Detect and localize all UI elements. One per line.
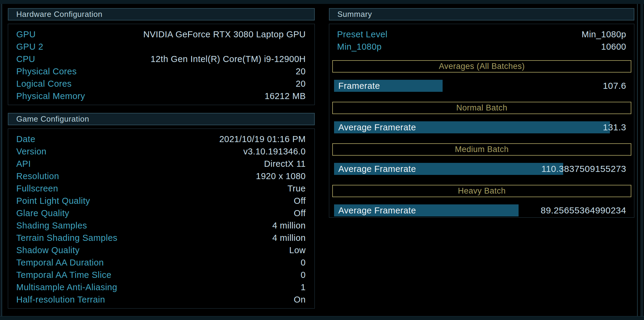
game-configuration-title: Game Configuration (16, 114, 89, 124)
framerate-value: 89.25655364990234 (541, 204, 626, 216)
batch-section: Medium Batch Average Framerate 110.38375… (329, 143, 634, 175)
config-row: CPU 12th Gen Intel(R) Core(TM) i9-12900H (8, 53, 314, 65)
config-row-label: Version (16, 147, 46, 157)
framerate-bar: Framerate (334, 80, 443, 92)
scrollbar-thumb[interactable] (640, 4, 643, 316)
config-row-label: Physical Cores (16, 67, 77, 76)
next-section-header-edge (0, 316, 644, 320)
framerate-bar-row: Average Framerate 89.25655364990234 (329, 204, 634, 216)
config-row-label: Resolution (16, 171, 59, 181)
config-row-label: Fullscreen (16, 184, 58, 194)
config-row-label: Half-resolution Terrain (16, 295, 105, 305)
hardware-configuration-header: Hardware Configuration (8, 8, 315, 20)
batch-section: Normal Batch Average Framerate 131.3 (329, 102, 634, 133)
config-row-label: Date (16, 134, 35, 144)
config-row-value: 0 (301, 258, 306, 268)
batch-section-header: Normal Batch (332, 102, 631, 114)
config-row-value: True (287, 184, 306, 194)
batch-section-title: Normal Batch (456, 103, 507, 113)
summary-row: Preset Level Min_1080p (329, 28, 634, 41)
config-row: Half-resolution Terrain On (8, 294, 314, 306)
config-row: Physical Memory 16212 MB (8, 90, 314, 102)
config-row: Terrain Shading Samples 4 million (8, 232, 314, 244)
config-row: Temporal AA Time Slice 0 (8, 269, 314, 281)
framerate-value: 107.6 (603, 80, 626, 92)
config-row-value: 4 million (272, 221, 306, 231)
config-row-value: Low (289, 245, 306, 255)
config-row-value: 20 (296, 79, 306, 89)
framerate-bar-row: Framerate 107.6 (329, 80, 634, 92)
game-configuration-header: Game Configuration (8, 113, 315, 125)
framerate-bar-label: Average Framerate (334, 164, 416, 174)
config-row: Version v3.10.191346.0 (8, 145, 314, 158)
summary-rows: Preset Level Min_1080p Min_1080p 10600 (329, 24, 634, 53)
config-row: Multisample Anti-Aliasing 1 (8, 281, 314, 294)
config-row-value: Off (294, 208, 306, 218)
config-row-value: 16212 MB (265, 91, 306, 101)
config-row-label: Physical Memory (16, 91, 85, 101)
framerate-bar-row: Average Framerate 131.3 (329, 121, 634, 133)
config-row-value: Off (294, 196, 306, 206)
framerate-bar: Average Framerate (334, 163, 563, 175)
config-row: GPU 2 (8, 41, 314, 53)
batch-section-title: Heavy Batch (458, 186, 506, 196)
config-row-label: Multisample Anti-Aliasing (16, 282, 117, 292)
framerate-bar-label: Average Framerate (334, 206, 416, 215)
config-row: Fullscreen True (8, 182, 314, 195)
summary-panel: Preset Level Min_1080p Min_1080p 10600 A… (329, 24, 634, 218)
framerate-value: 110.3837509155273 (541, 163, 626, 175)
config-row-value: 1 (301, 282, 306, 292)
config-row: Resolution 1920 x 1080 (8, 170, 314, 182)
config-row: Logical Cores 20 (8, 78, 314, 90)
batch-section-header: Heavy Batch (332, 185, 631, 197)
framerate-bar-label: Average Framerate (334, 123, 416, 132)
frame-right-border (637, 4, 638, 316)
config-row-value: DirectX 11 (264, 159, 306, 169)
config-row: Physical Cores 20 (8, 65, 314, 78)
frame-left-border (2, 4, 2, 316)
game-configuration-rows: Date 2021/10/19 01:16 PM Version v3.10.1… (8, 129, 314, 308)
batch-section-title: Averages (All Batches) (439, 62, 525, 71)
config-row-label: Temporal AA Time Slice (16, 270, 112, 280)
summary-row-value: 10600 (601, 42, 626, 52)
config-row-label: API (16, 159, 31, 169)
framerate-bar: Average Framerate (334, 121, 610, 133)
config-row-label: Point Light Quality (16, 196, 90, 206)
hardware-configuration-title: Hardware Configuration (16, 10, 103, 19)
config-row: Shadow Quality Low (8, 244, 314, 256)
game-configuration-panel: Date 2021/10/19 01:16 PM Version v3.10.1… (8, 129, 315, 309)
summary-row: Min_1080p 10600 (329, 41, 634, 53)
config-row-label: CPU (16, 54, 35, 64)
hardware-configuration-rows: GPU NVIDIA GeForce RTX 3080 Laptop GPU G… (8, 24, 314, 105)
config-row: Temporal AA Duration 0 (8, 256, 314, 269)
summary-sections: Averages (All Batches) Framerate 107.6 N… (329, 60, 634, 216)
config-row: API DirectX 11 (8, 158, 314, 170)
config-row-label: Logical Cores (16, 79, 72, 89)
summary-title: Summary (337, 10, 372, 19)
config-row: Shading Samples 4 million (8, 219, 314, 232)
config-row: Date 2021/10/19 01:16 PM (8, 133, 314, 145)
framerate-bar-row: Average Framerate 110.3837509155273 (329, 163, 634, 175)
config-row-value: 12th Gen Intel(R) Core(TM) i9-12900H (151, 54, 306, 64)
config-row-label: Terrain Shading Samples (16, 233, 118, 243)
config-row-value: NVIDIA GeForce RTX 3080 Laptop GPU (143, 30, 306, 39)
config-row-value: 2021/10/19 01:16 PM (219, 134, 306, 144)
config-row-label: Shading Samples (16, 221, 87, 231)
config-row: Point Light Quality Off (8, 195, 314, 207)
batch-section: Heavy Batch Average Framerate 89.2565536… (329, 185, 634, 216)
batch-section-title: Medium Batch (455, 145, 509, 154)
config-row: Glare Quality Off (8, 207, 314, 219)
config-row: GPU NVIDIA GeForce RTX 3080 Laptop GPU (8, 28, 314, 41)
summary-row-label: Preset Level (337, 30, 387, 39)
config-row-label: Glare Quality (16, 208, 69, 218)
framerate-value: 131.3 (603, 121, 626, 133)
top-strip (0, 0, 644, 4)
config-row-label: Temporal AA Duration (16, 258, 104, 268)
config-row-label: Shadow Quality (16, 245, 80, 255)
config-row-label: GPU (16, 30, 36, 39)
config-row-value: v3.10.191346.0 (243, 147, 306, 157)
config-row-value: On (294, 295, 306, 305)
config-row-value: 1920 x 1080 (256, 171, 306, 181)
framerate-bar: Average Framerate (334, 204, 519, 216)
batch-section: Averages (All Batches) Framerate 107.6 (329, 60, 634, 92)
